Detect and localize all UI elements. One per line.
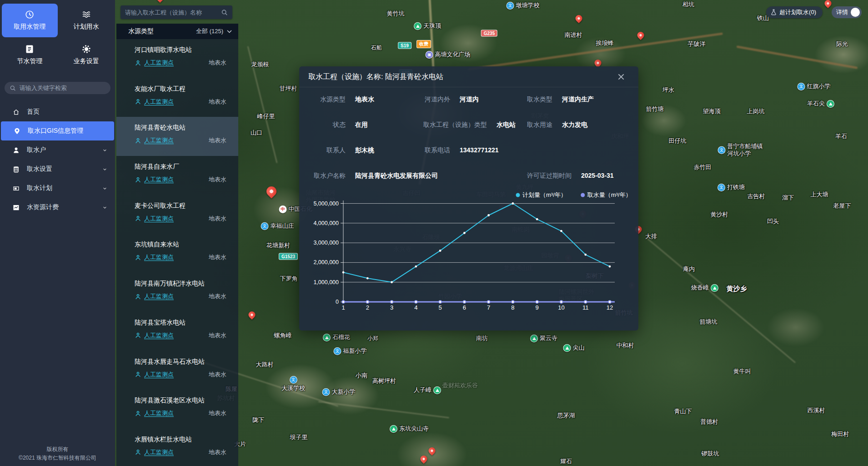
person-icon <box>135 254 141 261</box>
map-label-text: 思茅湖 <box>557 411 575 420</box>
map-label: 田仔坑 <box>669 137 687 145</box>
map-label-text: 锣鼓坑 <box>702 450 719 458</box>
sidebar-menu-item-4[interactable]: 取水设置 <box>0 160 115 179</box>
sidebar-menu-item-3[interactable]: 取水户 <box>0 140 115 160</box>
station-list-item[interactable]: 友能水厂取水工程人工监测点地表水 <box>116 78 238 117</box>
detail-toggle-label: 详情 <box>836 8 848 16</box>
map-label: 梅田村 <box>832 430 849 438</box>
app-button-1[interactable]: 取用水管理 <box>2 4 58 37</box>
monitor-point-tag: 人工监测点 <box>144 98 174 106</box>
sidebar-menu-item-6[interactable]: 水资源计费 <box>0 198 115 217</box>
station-list-item[interactable]: 河口镇唱歌潭水电站人工监测点地表水 <box>116 39 238 78</box>
map-label-text: 望海顶 <box>703 107 721 115</box>
field-label: 取水用途 <box>527 121 552 129</box>
station-list-item[interactable]: 陆河县青砼水电站人工监测点地表水 <box>116 117 238 156</box>
keyword-search-input[interactable] <box>20 85 105 91</box>
app-screen: 黄竹坑天珠顶石船S19收费S19G235▣高塘文化广场文墩塘学校相坑南进村挨埌蜂… <box>0 0 868 466</box>
mountain-poi-icon <box>827 100 834 108</box>
map-label: 石榴花 <box>323 333 350 341</box>
map-label-text: 峰仔里 <box>257 112 275 120</box>
map-label-text: 羊石尖 <box>807 100 825 108</box>
mountain-poi-icon <box>414 22 421 30</box>
map-label: 大路村 <box>256 361 274 369</box>
map-label-text: 老屋下 <box>833 202 851 210</box>
map-label: 文福新小学 <box>334 347 367 355</box>
pin-icon <box>14 128 20 135</box>
detail-toggle[interactable]: 详情 <box>832 6 862 18</box>
home-icon <box>13 109 20 115</box>
plan-icon <box>13 185 20 192</box>
map-label-text: 芋陂洋 <box>688 40 706 48</box>
map-label-text: 黄竹坑 <box>387 10 405 18</box>
map-label: 文墩塘学校 <box>507 1 540 10</box>
map-label: 黄沙乡 <box>727 285 747 293</box>
station-search-input[interactable] <box>125 9 218 16</box>
station-list-item[interactable]: 陆河县自来水厂人工监测点地表水 <box>116 156 238 195</box>
map-label: 普德村 <box>701 418 718 426</box>
map-label: 石船 <box>371 44 382 52</box>
map-label: 羊石尖 <box>807 100 834 108</box>
person-icon <box>135 410 141 417</box>
menu-item-label: 首页 <box>27 108 40 116</box>
map-label-text: 黄沙乡 <box>727 285 747 293</box>
map-label: 南坊 <box>476 334 488 342</box>
menu-item-label: 取水口GIS信息管理 <box>28 127 83 135</box>
map-road-badge: 收费 <box>416 40 431 48</box>
station-list-item[interactable]: 陆河县南万镇杞洋水电站人工监测点地表水 <box>116 273 238 312</box>
app-button-label: 取用水管理 <box>14 23 45 31</box>
map-label-text: 黄沙村 <box>711 210 728 219</box>
user-icon <box>13 147 20 154</box>
map-road <box>318 401 449 418</box>
sidebar-menu-item-1[interactable]: 首页 <box>0 102 115 121</box>
map-label: ▣高塘文化广场 <box>426 50 471 59</box>
map-label-text: 花塘新村 <box>266 241 290 250</box>
close-icon[interactable] <box>617 72 626 81</box>
app-button-2[interactable]: 计划用水 <box>59 4 115 37</box>
map-label: 文红旗小学 <box>798 82 831 90</box>
map-label-text: 青山下 <box>674 407 692 416</box>
map-label: 思茅湖 <box>557 411 575 420</box>
map-label: 吉告村 <box>748 192 765 200</box>
app-button-3[interactable]: 节水管理 <box>2 38 58 72</box>
map-label: 羊石 <box>835 132 847 140</box>
modal-field: 河道内外河道内 <box>423 95 479 104</box>
sidebar-menu-item-2[interactable]: 取水口GIS信息管理 <box>1 121 114 140</box>
sidebar-menu-item-5[interactable]: 取水计划 <box>0 179 115 198</box>
map-pin-icon[interactable] <box>574 14 583 23</box>
map-pin-icon[interactable] <box>264 184 278 198</box>
school-poi-icon: 文 <box>507 2 514 10</box>
over-plan-water-button[interactable]: 超计划取水(0) <box>766 6 823 18</box>
source-type-filter[interactable]: 全部 (125) <box>196 27 232 35</box>
map-pin-icon[interactable] <box>427 446 437 456</box>
map-label-text: 梅田村 <box>832 430 849 438</box>
map-label-text: 黄牛叫 <box>733 367 751 376</box>
map-label: 大排 <box>645 232 657 241</box>
station-search[interactable] <box>120 5 232 19</box>
map-label: 黄牛叫 <box>733 367 751 376</box>
map-pin-icon[interactable] <box>636 30 645 40</box>
map-label-text: 石榴花 <box>332 333 350 341</box>
map-label-text: 壶财苑欢乐谷 <box>442 381 478 390</box>
map-label-text: 大新小学 <box>332 388 356 396</box>
app-button-4[interactable]: 业务设置 <box>59 38 115 72</box>
station-list-item[interactable]: 陆河县激石溪老区水电站人工监测点地表水 <box>116 390 238 429</box>
map-label: 烧香嶂 <box>691 284 718 292</box>
map-pin-icon[interactable] <box>247 310 256 320</box>
station-list-item[interactable]: 陆河县水唇走马石水电站人工监测点地表水 <box>116 351 238 390</box>
map-label: 上大塘 <box>811 190 828 199</box>
road-badge: G1523 <box>279 253 298 260</box>
map-label-text: 箭塘坑 <box>700 318 717 326</box>
keyword-search[interactable] <box>5 82 110 94</box>
svg-text:2,000,000: 2,000,000 <box>313 259 339 266</box>
field-label: 水源类型 <box>308 95 346 104</box>
water-source-type: 地表水 <box>209 136 226 145</box>
station-list-item[interactable]: 水唇镇水栏肚水电站人工监测点地表水 <box>116 429 238 466</box>
station-list-item[interactable]: 东坑镇自来水站人工监测点地表水 <box>116 234 238 273</box>
gear-icon <box>82 45 91 54</box>
map-label: 上岗坑 <box>747 107 765 115</box>
map-label: 下罗角 <box>280 275 298 283</box>
station-list-item[interactable]: 麦卡公司取水工程人工监测点地表水 <box>116 195 238 234</box>
road-badge: 收费 <box>416 40 431 48</box>
station-list-item[interactable]: 陆河县宝塔水电站人工监测点地表水 <box>116 312 238 351</box>
map-pin-icon[interactable] <box>419 454 428 464</box>
